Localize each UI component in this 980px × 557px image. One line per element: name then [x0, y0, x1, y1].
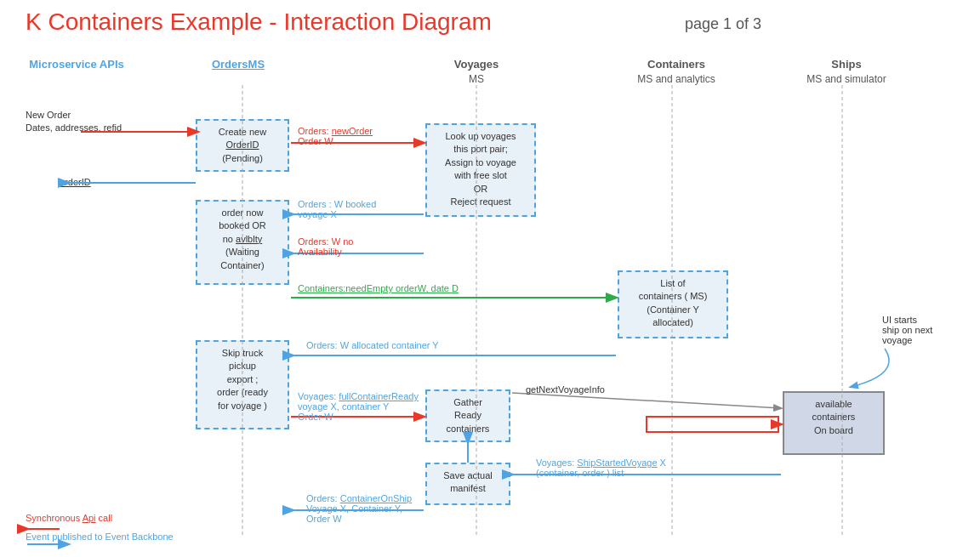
col-header-voyages: Voyages: [434, 58, 519, 71]
label-full-container: Voyages: fullContainerReadyvoyage X, con…: [298, 391, 419, 422]
col-header-containers: Containers: [621, 58, 732, 71]
col-header-ships: Ships: [791, 58, 902, 71]
box-list-containers: List ofcontainers ( MS)(Container Yalloc…: [618, 270, 728, 338]
label-container-on-ship: Orders: ContainerOnShipVoyage X, Contain…: [306, 493, 412, 524]
page-indicator: page 1 of 3: [685, 15, 761, 33]
svg-line-13: [512, 393, 781, 408]
box-available-containers: availablecontainersOn board: [783, 391, 885, 455]
label-w-allocated: Orders: W allocated container Y: [306, 340, 439, 350]
box-create-order: Create newOrderID(Pending): [196, 119, 289, 172]
legend-event-published: Event published to Event Backbone: [26, 531, 174, 542]
label-w-no-avail: Orders: W noAvailability: [298, 236, 353, 257]
label-get-next-voyage: getNextVoyageInfo: [526, 384, 605, 395]
box-lookup-voyages: Look up voyagesthis port pair;Assign to …: [425, 123, 536, 217]
col-voyages-sub: MS: [434, 73, 519, 85]
legend-sync-api: Synchronous Api call: [26, 513, 112, 523]
label-ship-started: Voyages: ShipStartedVoyage X(container, …: [536, 458, 666, 478]
svg-rect-14: [647, 417, 778, 432]
col-containers-sub: MS and analytics: [621, 73, 732, 85]
label-new-order-arrow: Orders: newOrderOrder W: [298, 126, 373, 146]
label-order-id: orderID: [60, 177, 91, 187]
label-ui-starts: UI startsship on nextvoyage: [882, 315, 967, 345]
label-need-empty: Containers:needEmpty orderW, date D: [298, 283, 459, 293]
label-w-booked: Orders : W bookedvoyage X: [298, 199, 376, 219]
box-skip-truck: Skip truckpickupexport ;order (readyfor …: [196, 340, 289, 429]
col-header-microservice: Microservice APIs: [26, 58, 128, 71]
diagram-container: K Containers Example - Interaction Diagr…: [0, 0, 980, 557]
box-gather-ready: GatherReadycontainers: [425, 389, 510, 442]
page-title: K Containers Example - Interaction Diagr…: [26, 9, 492, 36]
box-save-manifest: Save actualmanifest: [425, 463, 510, 505]
col-ships-sub: MS and simulator: [791, 73, 902, 85]
col-header-ordersms: OrdersMS: [196, 58, 281, 71]
label-new-order: New OrderDates, addresses, refid: [26, 109, 122, 135]
box-order-booked: order nowbooked ORno avlblty(WaitingCont…: [196, 200, 289, 285]
